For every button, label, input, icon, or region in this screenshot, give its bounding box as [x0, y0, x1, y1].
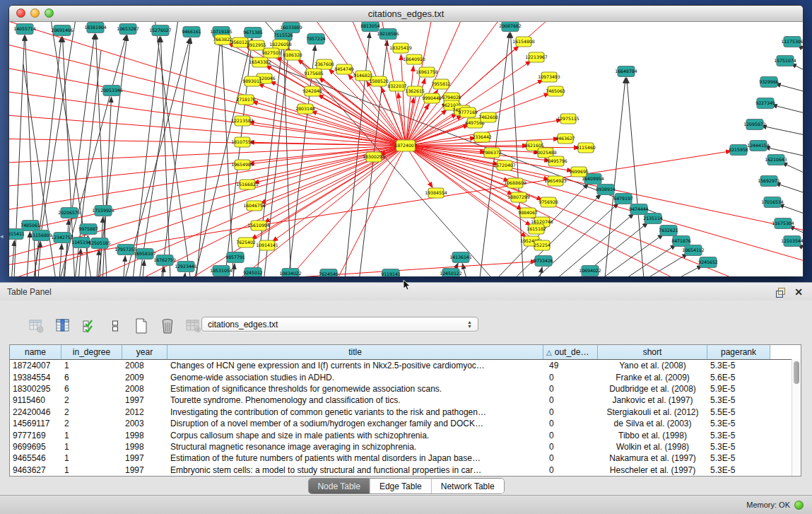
table-row[interactable]: 1938455462009Genome-wide association stu… [10, 371, 801, 382]
table-cell[interactable]: 1 [61, 431, 122, 440]
table-cell[interactable]: 0 [543, 465, 598, 475]
graph-node[interactable]: 7857224 [306, 34, 326, 45]
graph-node[interactable]: 14055714 [13, 24, 36, 35]
graph-node[interactable]: 12975115 [557, 114, 579, 124]
table-cell[interactable]: 9699695 [10, 442, 61, 452]
table-cell[interactable]: 1997 [122, 465, 167, 475]
graph-node[interactable]: 9115460 [576, 143, 596, 153]
table-row[interactable]: 1872400712008Changes of HCN gene express… [10, 360, 801, 371]
table-cell[interactable]: 5.3E-5 [707, 465, 770, 475]
graph-node[interactable]: 9857791 [225, 252, 245, 263]
table-cell[interactable]: 1 [61, 442, 122, 452]
table-cell[interactable]: 9463627 [10, 465, 61, 475]
graph-node[interactable]: 12103544 [781, 236, 803, 247]
graph-node[interactable]: 10688609 [504, 178, 526, 188]
table-row[interactable]: 946362711997Embryonic stem cells: a mode… [10, 465, 801, 476]
graph-node[interactable]: 16033809 [280, 23, 302, 33]
graph-node[interactable]: 16154808 [512, 37, 535, 47]
graph-node[interactable]: 18300295 [363, 152, 385, 162]
graph-node[interactable]: 12450122 [440, 269, 462, 277]
table-cell[interactable]: 2008 [122, 384, 167, 394]
graph-node[interactable]: 2803144 [295, 104, 315, 114]
zoom-window-icon[interactable] [45, 8, 54, 18]
table-mode-button[interactable] [28, 317, 45, 335]
graph-node[interactable]: 16648784 [615, 66, 637, 77]
graph-node[interactable]: 11675304 [772, 218, 794, 229]
graph-node[interactable]: 252254 [534, 240, 551, 250]
table-cell[interactable]: 2003 [122, 419, 167, 428]
graph-node[interactable]: 9671385 [243, 28, 263, 38]
table-row[interactable]: 969969511998Structural magnetic resonanc… [10, 441, 801, 452]
graph-node[interactable]: 12213583 [231, 116, 254, 126]
graph-node[interactable]: 9329966 [759, 77, 779, 88]
minimize-window-icon[interactable] [30, 8, 40, 18]
graph-node[interactable]: 9893011 [242, 76, 262, 86]
table-cell[interactable]: Genome-wide association studies in ADHD. [167, 373, 543, 382]
header-short[interactable]: short [598, 345, 707, 359]
delete-table-button[interactable] [185, 317, 202, 335]
graph-node[interactable]: 8215958 [729, 145, 748, 156]
table-row[interactable]: 946554611997Estimation of the future num… [10, 452, 801, 464]
table-cell[interactable]: 0 [543, 442, 598, 452]
graph-node[interactable]: 10694022 [579, 266, 601, 276]
table-cell[interactable]: Yano et al. (2008) [598, 361, 707, 370]
table-cell[interactable]: 5.3E-5 [707, 442, 770, 452]
graph-node[interactable]: 15720407 [493, 160, 516, 170]
network-window[interactable]: citations_edges.txt 14055714206914061838… [8, 5, 804, 276]
graph-node[interactable]: 18531054 [210, 266, 233, 276]
graph-node[interactable]: 15751074 [774, 56, 796, 66]
graph-node[interactable]: 9466161 [182, 27, 201, 37]
graph-node[interactable]: 10914141 [256, 240, 278, 250]
graph-node[interactable]: 9884067 [518, 208, 538, 218]
graph-node[interactable]: 17016534 [761, 197, 784, 208]
table-cell[interactable]: Franke et al. (2009) [598, 373, 707, 382]
table-row[interactable]: 911546021997Tourette syndrome. Phenomeno… [10, 395, 801, 406]
table-cell[interactable]: 0 [543, 419, 598, 428]
table-cell[interactable]: 1997 [122, 395, 167, 405]
graph-node[interactable]: 2367608 [314, 59, 334, 69]
table-cell[interactable]: 5.3E-5 [707, 431, 770, 440]
graph-node[interactable]: 16543382 [249, 57, 271, 67]
table-cell[interactable]: Nakamura et al. (1997) [598, 453, 707, 463]
graph-node[interactable]: 2135114 [643, 214, 663, 224]
tab-network-table[interactable]: Network Table [431, 479, 504, 493]
table-cell[interactable]: Tibbo et al. (1998) [598, 431, 707, 440]
column-select-button[interactable] [54, 317, 71, 335]
table-cell[interactable]: Dudbridge et al. (2008) [598, 384, 707, 394]
graph-node[interactable]: 12444154 [747, 141, 770, 151]
graph-node[interactable]: 15692971 [758, 176, 780, 187]
graph-node[interactable]: 9756928 [539, 197, 558, 207]
graph-node[interactable]: 8912955 [247, 40, 266, 50]
header-out-degree[interactable]: △out_de… [543, 345, 598, 359]
table-cell[interactable]: 18300295 [10, 384, 61, 394]
graph-node[interactable]: 7632621 [659, 226, 678, 236]
table-select-dropdown[interactable]: citations_edges.txt ▲▼ [201, 317, 478, 332]
graph-node[interactable]: 19218586 [377, 29, 399, 40]
graph-node[interactable]: 9990448 [422, 93, 442, 103]
graph-node[interactable]: 7485063 [546, 86, 565, 96]
graph-node[interactable]: 7986372 [482, 148, 502, 158]
table-cell[interactable]: Structural magnetic resonance image aver… [167, 442, 543, 452]
graph-node[interactable]: 19384554 [425, 188, 447, 198]
graph-node[interactable]: 15610994 [247, 221, 270, 230]
graph-node[interactable]: 20206576 [58, 208, 81, 218]
graph-node[interactable]: 19654985 [231, 160, 254, 170]
graph-node[interactable]: 9699695 [569, 167, 589, 177]
graph-node[interactable]: 14136141 [449, 252, 472, 263]
graph-node[interactable]: 1588520 [369, 76, 389, 86]
graph-node[interactable]: 8813054 [360, 22, 380, 32]
graph-node[interactable]: 16782759 [153, 255, 176, 266]
graph-node[interactable]: 9777169 [458, 107, 478, 117]
header-pagerank[interactable]: pagerank [707, 345, 770, 359]
graph-node[interactable]: 16961758 [416, 67, 438, 77]
table-cell[interactable]: 5.3E-5 [707, 361, 770, 370]
graph-node[interactable]: 10653287 [117, 24, 139, 35]
graph-node[interactable]: 11156809 [30, 230, 52, 241]
close-panel-icon[interactable]: ✕ [792, 286, 805, 298]
graph-node[interactable]: 8186328 [283, 50, 302, 60]
graph-node[interactable]: 6479197 [613, 194, 633, 204]
graph-node[interactable]: 9733426 [534, 256, 553, 267]
graph-node[interactable]: 18724007 [394, 140, 417, 151]
table-cell[interactable]: 9465546 [10, 453, 61, 463]
table-cell[interactable]: 2 [61, 419, 122, 428]
